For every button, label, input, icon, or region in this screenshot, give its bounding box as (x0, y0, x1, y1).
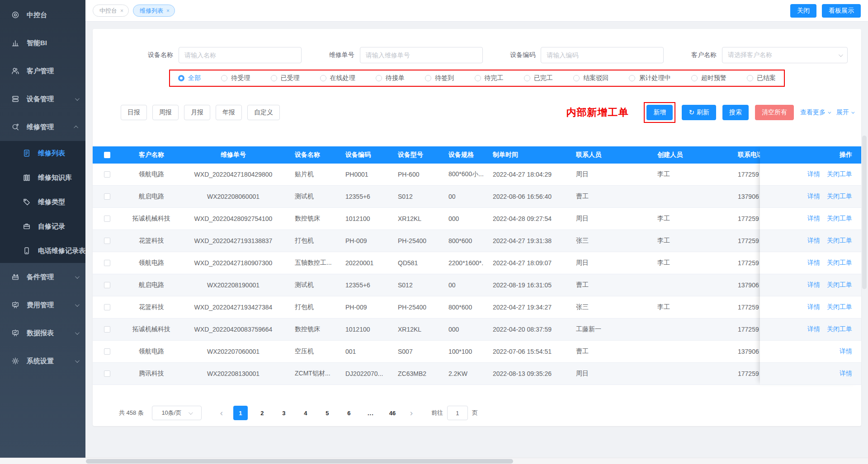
filter-order-no: 维修单号 (329, 47, 483, 63)
detail-link[interactable]: 详情 (807, 237, 820, 245)
row-checkbox[interactable] (104, 193, 110, 200)
sidebar-item-device-mgmt[interactable]: 设备管理 (0, 85, 85, 113)
prev-page-button[interactable]: ‹ (214, 406, 229, 420)
detail-link[interactable]: 详情 (807, 259, 820, 267)
page-button-46[interactable]: 46 (385, 406, 400, 420)
page-button-4[interactable]: 4 (298, 406, 313, 420)
row-checkbox[interactable] (104, 238, 110, 244)
kanban-display-button[interactable]: 看板展示 (822, 4, 861, 18)
page-button-2[interactable]: 2 (255, 406, 269, 420)
detail-link[interactable]: 详情 (807, 281, 820, 289)
view-more-link[interactable]: 查看更多 (800, 108, 830, 117)
row-checkbox[interactable] (104, 171, 110, 178)
row-checkbox[interactable] (104, 304, 110, 310)
close-order-link[interactable]: 关闭工单 (827, 281, 852, 289)
close-order-link[interactable]: 关闭工单 (827, 325, 852, 333)
status-radio[interactable]: 在线处理 (320, 74, 355, 82)
detail-link[interactable]: 详情 (807, 170, 820, 178)
next-page-button[interactable]: › (404, 406, 419, 420)
status-radio[interactable]: 结案驳回 (573, 74, 609, 82)
close-order-link[interactable]: 关闭工单 (827, 237, 852, 245)
close-order-link[interactable]: 关闭工单 (827, 303, 852, 311)
close-order-link[interactable]: 关闭工单 (827, 170, 852, 178)
sidebar-item-smart-bi[interactable]: 智能BI (0, 29, 85, 57)
close-icon[interactable]: × (120, 8, 123, 14)
vertical-scrollbar[interactable] (862, 136, 867, 289)
cell-order-no: WX202207060001 (181, 348, 285, 355)
refresh-button[interactable]: ↻ 刷新 (682, 105, 716, 120)
sidebar-item-customer-mgmt[interactable]: 客户管理 (0, 57, 85, 85)
status-radio[interactable]: 待接单 (376, 74, 405, 82)
report-button[interactable]: 日报 (121, 105, 147, 120)
customer-name-select[interactable]: 请选择客户名称 (722, 47, 848, 63)
report-button[interactable]: 自定义 (247, 105, 280, 120)
status-radio[interactable]: 待完工 (475, 74, 504, 82)
more-pages-icon[interactable]: ... (363, 410, 378, 417)
select-all-checkbox[interactable] (104, 152, 110, 158)
page-button-3[interactable]: 3 (277, 406, 291, 420)
detail-link[interactable]: 详情 (807, 215, 820, 223)
phone-icon (23, 247, 31, 255)
close-order-link[interactable]: 关闭工单 (827, 215, 852, 223)
detail-link[interactable]: 详情 (807, 325, 820, 333)
detail-link[interactable]: 详情 (840, 370, 852, 378)
status-radio[interactable]: 已结案 (747, 74, 776, 82)
sidebar-item-parts-mgmt[interactable]: 备件管理 (0, 263, 85, 291)
close-order-link[interactable]: 关闭工单 (827, 259, 852, 267)
report-button[interactable]: 年报 (216, 105, 242, 120)
row-actions: 详情关闭工单 (760, 274, 861, 296)
sidebar-subitem-self-repair-record[interactable]: 自修记录 (0, 214, 85, 239)
page-button-1[interactable]: 1 (233, 406, 248, 420)
status-radio[interactable]: 已完工 (524, 74, 553, 82)
device-code-input[interactable] (541, 47, 664, 63)
detail-link[interactable]: 详情 (807, 303, 820, 311)
sidebar-subitem-phone-repair-record[interactable]: 电话维修记录表 (0, 239, 85, 263)
detail-link[interactable]: 详情 (840, 347, 852, 356)
report-button[interactable]: 月报 (184, 105, 210, 120)
row-checkbox[interactable] (104, 260, 110, 266)
row-checkbox[interactable] (104, 282, 110, 288)
close-order-link[interactable]: 关闭工单 (827, 192, 852, 201)
sidebar-subitem-label: 维修知识库 (38, 173, 72, 182)
expand-link[interactable]: 展开 (836, 108, 854, 117)
clear-all-button[interactable]: 清空所有 (755, 105, 794, 120)
page-size-select[interactable]: 10条/页 (152, 406, 202, 420)
detail-link[interactable]: 详情 (807, 192, 820, 201)
row-checkbox[interactable] (104, 348, 110, 355)
status-radio[interactable]: 超时预警 (691, 74, 726, 82)
close-button[interactable]: 关闭 (790, 4, 816, 18)
report-button[interactable]: 周报 (152, 105, 179, 120)
sidebar-item-system-settings[interactable]: 系统设置 (0, 347, 85, 375)
device-name-input[interactable] (179, 47, 302, 63)
close-icon[interactable]: × (166, 8, 170, 14)
sidebar-subitem-repair-type[interactable]: 维修类型 (0, 190, 85, 214)
row-checkbox[interactable] (104, 370, 110, 377)
status-radio[interactable]: 待受理 (221, 74, 250, 82)
page-button-6[interactable]: 6 (342, 406, 356, 420)
sidebar-subitem-repair-knowledge[interactable]: 维修知识库 (0, 165, 85, 190)
row-checkbox[interactable] (104, 326, 110, 333)
row-checkbox[interactable] (104, 216, 110, 222)
status-radio[interactable]: 待签到 (425, 74, 454, 82)
add-button[interactable]: 新增 (646, 105, 673, 120)
sidebar-item-console[interactable]: 中控台 (0, 1, 85, 29)
tab-console[interactable]: 中控台 × (93, 5, 129, 17)
horizontal-scrollbar (0, 458, 868, 464)
sidebar-item-repair-mgmt[interactable]: 维修管理 (0, 113, 85, 141)
sidebar-item-cost-mgmt[interactable]: 费用管理 (0, 291, 85, 319)
tab-repair-list[interactable]: 维修列表 × (133, 5, 175, 17)
row-actions: 详情 (760, 341, 861, 363)
goto-page-input[interactable] (447, 406, 468, 420)
cell-device-spec: 100*100 (439, 348, 483, 355)
sidebar-item-data-report[interactable]: 数据报表 (0, 319, 85, 347)
sidebar-subitem-repair-list[interactable]: 维修列表 (0, 141, 85, 165)
status-radio[interactable]: 已受理 (271, 74, 300, 82)
search-button[interactable]: 搜索 (722, 105, 749, 120)
horizontal-scrollbar-thumb[interactable] (86, 459, 513, 464)
status-radio[interactable]: 全部 (178, 74, 201, 82)
order-no-input[interactable] (360, 47, 483, 63)
table-row: 拓诚机械科技WXD_20220428092754100数控铣床1012100XR… (93, 208, 861, 230)
status-radio[interactable]: 累计处理中 (629, 74, 670, 82)
page-button-5[interactable]: 5 (320, 406, 335, 420)
col-device-spec: 设备规格 (439, 151, 483, 159)
